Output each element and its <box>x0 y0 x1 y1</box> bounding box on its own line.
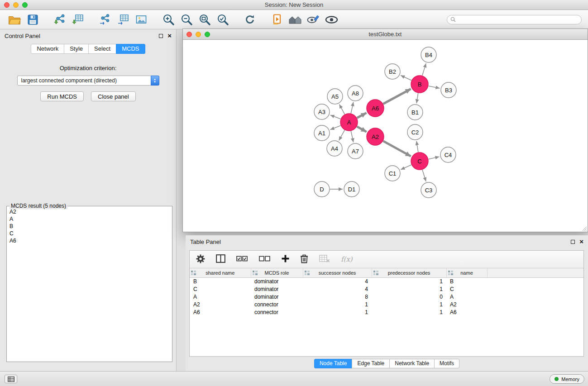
clone-network-button[interactable] <box>96 11 114 28</box>
table-close-icon[interactable]: × <box>579 239 583 244</box>
graph-edge-C-C4[interactable] <box>429 157 440 159</box>
refresh-button[interactable] <box>241 11 259 28</box>
table-row[interactable]: Cdominator41C <box>190 285 583 293</box>
import-network-button[interactable] <box>51 11 69 28</box>
tab-node-table[interactable]: Node Table <box>314 359 353 368</box>
home-button[interactable] <box>286 11 304 28</box>
mcds-result-item[interactable]: B <box>8 223 171 230</box>
function-builder-button[interactable]: f(x) <box>341 255 353 263</box>
column-header-mcds-role[interactable]: MCDS role <box>251 268 303 277</box>
delete-row-button[interactable] <box>300 254 308 265</box>
graph-edge-B-B3[interactable] <box>429 86 440 88</box>
show-annotations-button[interactable] <box>322 11 340 28</box>
tab-network[interactable]: Network <box>31 44 64 54</box>
table-panel: Table Panel × <box>186 235 588 371</box>
table-cell: dominator <box>251 293 303 300</box>
network-minimize-button[interactable] <box>196 32 201 37</box>
table-cell: connector <box>251 308 303 316</box>
graph-edge-B-B2[interactable] <box>401 75 411 80</box>
snapshot-button[interactable] <box>268 11 286 28</box>
table-row[interactable]: Bdominator41B <box>190 277 583 285</box>
network-zoom-button[interactable] <box>205 32 210 37</box>
graph-edge-A-A3[interactable] <box>330 115 341 119</box>
add-row-button[interactable] <box>282 255 289 264</box>
status-bar: Memory <box>0 371 588 386</box>
tab-motifs[interactable]: Motifs <box>434 359 459 368</box>
table-cell: dominator <box>251 277 303 285</box>
graph-edge-A-A2[interactable] <box>357 127 367 132</box>
home-icon <box>288 14 302 25</box>
graph-edge-C-C3[interactable] <box>422 170 426 181</box>
network-close-button[interactable] <box>186 32 192 37</box>
graph-edge-A-A7[interactable] <box>351 131 353 143</box>
criterion-dropdown[interactable]: largest connected component (directed) ▲… <box>17 76 159 86</box>
fullscreen-window-button[interactable] <box>22 2 28 8</box>
graph-node-label-A7: A7 <box>352 148 359 155</box>
titlebar: Session: New Session <box>0 0 588 10</box>
save-session-button[interactable] <box>24 11 42 28</box>
graph-edge-A-A5[interactable] <box>339 105 345 114</box>
window-controls <box>4 2 28 8</box>
mcds-result-item[interactable]: A2 <box>8 208 171 215</box>
gear-icon <box>196 254 205 263</box>
run-mcds-button[interactable]: Run MCDS <box>40 91 84 101</box>
tab-select[interactable]: Select <box>88 44 116 54</box>
graph-edge-A-A1[interactable] <box>330 125 341 129</box>
zoom-out-button[interactable] <box>177 11 196 28</box>
table-cell: 1 <box>372 277 446 285</box>
mcds-result-item[interactable]: C <box>8 230 171 237</box>
show-columns-button[interactable] <box>216 254 225 264</box>
delete-table-button[interactable] <box>319 254 330 264</box>
zoom-fit-button[interactable] <box>196 11 214 28</box>
graph-edge-A6-B[interactable] <box>383 89 411 104</box>
memory-button[interactable]: Memory <box>550 374 584 384</box>
table-row[interactable]: A2connector11A2 <box>190 300 583 308</box>
open-session-button[interactable] <box>5 11 24 28</box>
graph-edge-C-C2[interactable] <box>416 141 418 152</box>
network-table-button[interactable] <box>114 11 132 28</box>
table-row[interactable]: A6connector11A6 <box>190 308 583 316</box>
column-header-predecessor-nodes[interactable]: predecessor nodes <box>372 268 446 277</box>
close-window-button[interactable] <box>4 2 10 8</box>
zoom-in-button[interactable] <box>159 11 177 28</box>
node-table: shared nameMCDS rolesuccessor nodesprede… <box>190 268 583 316</box>
hide-annotations-button[interactable] <box>304 11 322 28</box>
graph-edge-B-B1[interactable] <box>416 93 418 104</box>
table-float-icon[interactable] <box>571 240 575 244</box>
graph-edge-A-A6[interactable] <box>357 113 367 118</box>
graph-edge-A2-C[interactable] <box>383 141 411 157</box>
column-header-name[interactable]: name <box>446 268 487 277</box>
graph-edge-A-A4[interactable] <box>339 130 345 141</box>
import-table-button[interactable] <box>69 11 87 28</box>
column-header-shared-name[interactable]: shared name <box>190 268 251 277</box>
zoom-selected-button[interactable] <box>214 11 232 28</box>
network-canvas[interactable]: B4B2BB3A5A8A6A3B1AC2A1A2A4A7C4CC1DD1C3 <box>183 40 588 232</box>
table-row[interactable]: Adominator80A <box>190 293 583 300</box>
select-all-button[interactable] <box>236 255 248 263</box>
resize-grip-icon[interactable] <box>582 226 587 231</box>
tab-mcds[interactable]: MCDS <box>116 44 145 54</box>
graph-edge-A-A8[interactable] <box>351 102 353 114</box>
graph-edge-B-B4[interactable] <box>422 63 426 76</box>
export-image-button[interactable] <box>132 11 150 28</box>
graph-node-label-B: B <box>418 81 422 88</box>
graph-edge-C-C1[interactable] <box>401 165 411 170</box>
tab-network-table[interactable]: Network Table <box>389 359 435 368</box>
deselect-all-button[interactable] <box>259 255 271 263</box>
mcds-result-item[interactable]: A6 <box>8 237 171 244</box>
network-window-titlebar[interactable]: testGlobe.txt <box>183 29 588 40</box>
mcds-result-item[interactable]: A <box>8 215 171 223</box>
show-panels-button[interactable] <box>5 375 17 383</box>
table-cell: A2 <box>190 300 251 308</box>
column-header-successor-nodes[interactable]: successor nodes <box>303 268 372 277</box>
close-panel-button[interactable]: Close panel <box>91 91 136 101</box>
minimize-window-button[interactable] <box>13 2 19 8</box>
float-panel-icon[interactable] <box>159 34 163 38</box>
search-input[interactable] <box>458 16 578 23</box>
tab-edge-table[interactable]: Edge Table <box>352 359 390 368</box>
search-box[interactable] <box>447 15 582 24</box>
table-settings-button[interactable] <box>196 254 205 265</box>
close-panel-icon[interactable]: × <box>167 33 172 38</box>
table-cell: B <box>190 277 251 285</box>
tab-style[interactable]: Style <box>64 44 89 54</box>
